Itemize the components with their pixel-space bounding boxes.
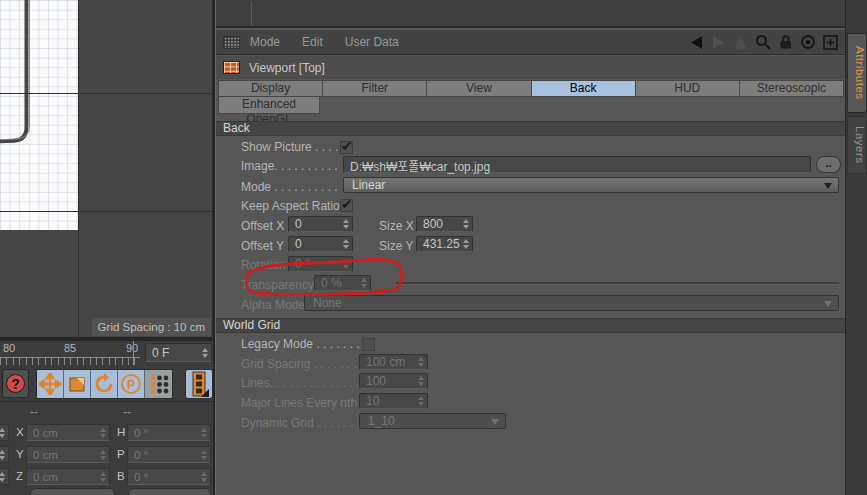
position-header: -- (30, 405, 38, 419)
menubar-icons (689, 34, 846, 50)
chevron-down-icon (824, 301, 832, 307)
grid-spacing-status: Grid Spacing : 10 cm (92, 318, 211, 336)
lock-icon[interactable] (778, 34, 793, 50)
clipped-apply-button[interactable] (30, 488, 115, 495)
lines-field: 100 (359, 373, 428, 389)
viewport-top-view[interactable]: Grid Spacing : 10 cm (0, 0, 213, 337)
section-header-world-grid[interactable]: World Grid (216, 318, 846, 333)
tab-attributes[interactable]: Attributes (847, 33, 867, 113)
timeline-tick-label: 85 (64, 342, 76, 354)
grid-spacing-label: Grid Spacing . . . . . . . . (241, 357, 364, 371)
coordinates-panel: -- -- X 0 cm H 0 ° Y 0 cm P 0 ° (0, 403, 215, 495)
rotate-tool-button[interactable] (91, 370, 118, 398)
show-picture-label: Show Picture . . . . (241, 140, 338, 154)
scale-tool-button[interactable] (64, 370, 91, 398)
key-dots-icon (148, 373, 170, 395)
axis-label: Z (16, 470, 23, 482)
target-icon[interactable] (800, 34, 816, 50)
legacy-mode-label: Legacy Mode . . . . . . . (241, 337, 360, 351)
frame-spinner[interactable] (202, 348, 208, 358)
size-y-field[interactable]: 431.25 (416, 236, 473, 252)
axis-label: P (117, 448, 125, 460)
mode-label: Mode . . . . . . . . . . (241, 180, 338, 194)
tab-stereoscopic[interactable]: Stereoscopic (739, 80, 844, 97)
transparency-field: 0 % (314, 275, 371, 291)
menu-edit[interactable]: Edit (302, 35, 323, 49)
coord-row-x: X 0 cm H 0 ° (0, 424, 215, 444)
dynamic-grid-dropdown: 1_10 (359, 413, 506, 429)
mode-dropdown[interactable]: Linear (343, 177, 839, 193)
current-frame-value: 0 F (152, 346, 169, 360)
position-y-field[interactable]: 0 cm (26, 446, 110, 463)
help-icon: ? (6, 374, 25, 393)
dynamic-grid-label: Dynamic Grid . . . . . . . (241, 416, 360, 430)
axis-label: Y (16, 448, 24, 460)
tab-display[interactable]: Display (218, 80, 322, 97)
tab-hud[interactable]: HUD (635, 80, 739, 97)
parent-coords-button[interactable]: P (118, 370, 145, 398)
offset-y-field[interactable]: 0 (288, 236, 353, 252)
timeline-tick-label: 80 (3, 342, 15, 354)
add-panel-icon[interactable] (823, 35, 838, 50)
svg-text:P: P (127, 378, 135, 392)
show-picture-checkbox[interactable]: ✔ (340, 141, 353, 154)
tab-view[interactable]: View (426, 80, 530, 97)
mode-value: Linear (352, 178, 385, 192)
grid-major-line (78, 0, 79, 337)
clipped-apply-button[interactable] (128, 488, 211, 495)
coord-row-z: Z 0 cm B 0 ° (0, 468, 215, 488)
history-forward-icon[interactable] (711, 35, 726, 50)
key-dots-button[interactable] (145, 370, 172, 398)
search-icon[interactable] (755, 34, 771, 50)
position-x-field[interactable]: 0 cm (26, 424, 110, 441)
current-frame-field[interactable]: 0 F (145, 343, 212, 362)
render-dim-icon[interactable] (733, 35, 748, 50)
axis-label: H (117, 426, 125, 438)
position-z-field[interactable]: 0 cm (26, 468, 110, 485)
transparency-label: Transparency (241, 278, 314, 292)
legacy-mode-checkbox[interactable] (362, 338, 375, 351)
check-icon: ✔ (341, 138, 353, 154)
image-label: Image. . . . . . . . . . (241, 159, 338, 173)
help-button[interactable]: ? (2, 369, 29, 398)
move-tool-icon (39, 373, 61, 395)
tab-back[interactable]: Back (531, 80, 635, 97)
cinema4d-window: Grid Spacing : 10 cm 80 85 90 0 F ? (0, 0, 867, 495)
menu-user-data[interactable]: User Data (345, 35, 399, 49)
grip-icon[interactable] (223, 36, 240, 49)
tab-layers[interactable]: Layers (847, 116, 867, 174)
major-lines-label: Major Lines Every nth (241, 396, 357, 410)
image-path-field[interactable]: D:₩sh₩포폴₩car_top.jpg (343, 156, 811, 173)
toolbar: ? (0, 366, 215, 402)
background-image-preview (0, 0, 78, 230)
object-title-row: Viewport [Top] (216, 56, 846, 79)
parent-coords-icon: P (120, 373, 142, 395)
move-tool-button[interactable] (37, 370, 64, 398)
render-view-button[interactable] (185, 369, 213, 399)
offset-y-label: Offset Y (241, 239, 284, 253)
chevron-down-icon (824, 183, 832, 189)
transparency-slider (396, 282, 839, 285)
clipped-field-fragment (0, 446, 9, 463)
offset-x-field[interactable]: 0 (288, 216, 353, 232)
clipped-field-fragment (0, 468, 9, 485)
rotation-b-field[interactable]: 0 ° (127, 468, 211, 485)
axis-label: B (117, 470, 125, 482)
size-x-field[interactable]: 800 (416, 216, 473, 232)
size-x-label: Size X (379, 219, 414, 233)
image-path-value: D:₩sh₩포폴₩car_top.jpg (350, 156, 490, 173)
rotation-p-field[interactable]: 0 ° (127, 446, 211, 463)
history-back-icon[interactable] (689, 35, 704, 50)
menu-mode[interactable]: Mode (250, 35, 280, 49)
section-header-back[interactable]: Back (216, 121, 846, 136)
check-icon: ✔ (341, 196, 353, 212)
tool-group: P (36, 369, 173, 399)
browse-image-button[interactable]: .. (816, 156, 841, 173)
rotate-tool-icon (93, 373, 115, 395)
timeline-ruler[interactable]: 80 85 90 0 F (0, 341, 215, 366)
rotation-h-field[interactable]: 0 ° (127, 424, 211, 441)
keep-aspect-checkbox[interactable]: ✔ (340, 199, 353, 212)
tab-enhanced-opengl[interactable]: Enhanced OpenGL (218, 97, 320, 114)
timeline-ticks (0, 358, 140, 365)
tab-filter[interactable]: Filter (322, 80, 426, 97)
